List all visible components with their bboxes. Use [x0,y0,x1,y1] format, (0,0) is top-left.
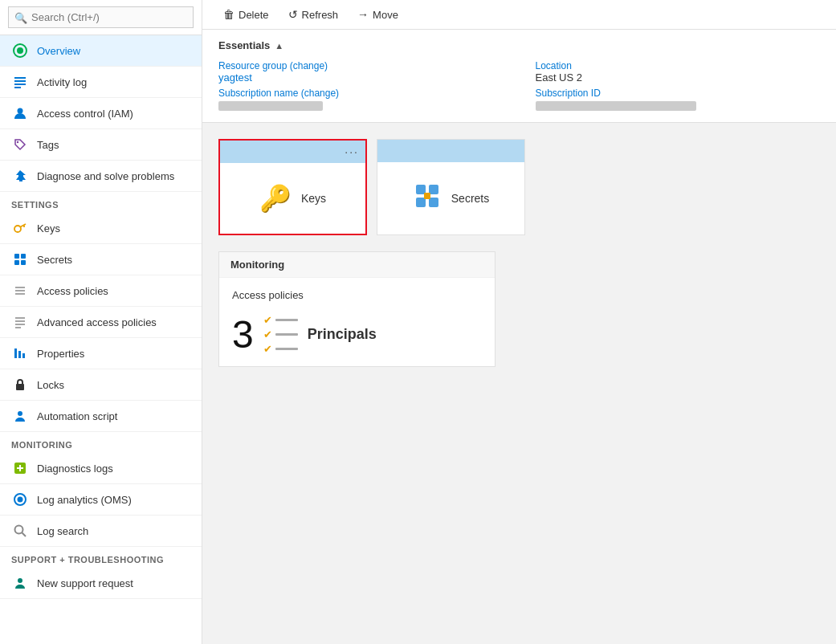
principals-count: 3 [232,316,254,354]
svg-rect-38 [429,198,438,207]
main-content: 🗑 Delete ↺ Refresh → Move Essentials ▲ R… [202,0,836,644]
sidebar-item-log-search[interactable]: Log search [0,516,202,547]
keys-tile-header: ··· [220,141,365,163]
sidebar-item-new-support-request[interactable]: New support request [0,568,202,599]
keys-tile-dots-icon[interactable]: ··· [345,145,359,158]
essentials-section: Essentials ▲ Resource group (change) yag… [202,30,836,123]
sidebar-label-keys: Keys [37,222,60,234]
monitoring-card: Monitoring Access policies 3 ✔ ✔ [218,251,495,367]
toolbar: 🗑 Delete ↺ Refresh → Move [202,0,836,30]
sidebar-item-tags[interactable]: Tags [0,129,202,161]
location-label: Location [536,60,572,71]
sidebar-item-locks[interactable]: Locks [0,369,202,401]
dash-line-3 [275,348,298,350]
monitoring-card-header: Monitoring [219,252,495,278]
principals-icon-line2: ✔ [263,328,298,340]
properties-icon [11,344,29,362]
sidebar-item-advanced-access-policies[interactable]: Advanced access policies [0,307,202,338]
svg-rect-35 [416,185,426,194]
subscription-name-item: Subscription name (change) [218,87,504,111]
svg-rect-23 [18,351,21,358]
sidebar-label-access-policies: Access policies [37,285,108,297]
sidebar-label-advanced-access-policies: Advanced access policies [37,316,157,328]
sidebar-item-activity-log[interactable]: Activity log [0,67,202,98]
monitoring-card-title: Access policies [232,289,482,301]
secrets-tile-body: Secrets [377,162,524,234]
subscription-name-label: Subscription name (change) [218,88,339,99]
sidebar-item-secrets[interactable]: Secrets [0,244,202,275]
svg-line-33 [22,533,27,537]
svg-point-34 [18,578,22,583]
secrets-tile[interactable]: Secrets [377,139,525,235]
sidebar-item-overview[interactable]: Overview [0,35,202,67]
sidebar-item-properties[interactable]: Properties [0,338,202,369]
sidebar-label-new-support-request: New support request [37,577,133,589]
dash-line-1 [275,319,298,321]
sidebar-item-keys[interactable]: Keys [0,213,202,244]
svg-point-32 [15,526,23,534]
check-icon-1: ✔ [263,314,272,326]
location-value: East US 2 [536,71,583,84]
svg-rect-25 [16,384,24,390]
tiles-row: ··· 🔑 Keys [218,139,820,235]
principals-icon: ✔ ✔ ✔ [263,314,298,355]
check-icon-2: ✔ [263,328,272,340]
svg-rect-13 [14,260,19,265]
sidebar-label-log-analytics: Log analytics (OMS) [37,494,132,506]
essentials-chevron-icon: ▲ [275,41,283,51]
location-item: Location East US 2 [536,59,821,84]
sidebar-item-access-control[interactable]: Access control (IAM) [0,98,202,129]
svg-rect-11 [14,254,19,259]
keys-tile[interactable]: ··· 🔑 Keys [218,139,367,235]
sidebar-label-access-control: Access control (IAM) [37,108,133,120]
svg-point-1 [17,47,23,54]
advanced-access-policies-icon [11,313,29,331]
subscription-id-label: Subscription ID [536,88,601,99]
secrets-icon [11,251,29,268]
subscription-id-item: Subscription ID [536,87,821,111]
sidebar-item-diagnose[interactable]: Diagnose and solve problems [0,161,202,192]
secrets-tile-label: Secrets [451,192,489,205]
svg-point-6 [18,108,23,114]
search-bar: 🔍 [0,0,202,35]
sidebar-label-tags: Tags [37,139,59,151]
search-icon: 🔍 [14,11,27,23]
delete-icon: 🗑 [223,8,234,21]
locks-icon [11,376,29,393]
svg-line-9 [21,224,27,227]
subscription-id-value [536,101,696,111]
resource-group-value[interactable]: yagtest [218,71,252,84]
automation-script-icon [11,407,29,425]
delete-button[interactable]: 🗑 Delete [215,5,277,24]
principals-label: Principals [308,326,377,343]
svg-rect-36 [429,185,438,194]
move-button[interactable]: → Move [349,5,406,24]
sidebar-item-log-analytics[interactable]: Log analytics (OMS) [0,484,202,516]
keys-tile-body: 🔑 Keys [220,163,365,234]
keys-tile-icon: 🔑 [259,183,292,214]
principals-icon-line3: ✔ [263,343,298,355]
search-input[interactable] [8,6,194,28]
diagnose-icon [11,167,29,185]
svg-rect-2 [14,77,26,79]
svg-point-8 [14,226,21,232]
log-analytics-icon [11,491,29,508]
sidebar-item-diagnostics-logs[interactable]: Diagnostics logs [0,453,202,484]
principals-icon-line1: ✔ [263,314,298,326]
secrets-tile-header [377,140,524,162]
move-icon: → [357,8,369,21]
overview-icon [11,42,29,59]
svg-rect-4 [14,84,26,85]
monitoring-section-label: MONITORING [0,432,202,453]
svg-point-31 [18,497,23,503]
subscription-name-value [218,101,323,111]
settings-section-label: SETTINGS [0,192,202,213]
access-policies-icon [11,282,29,300]
principals-row: 3 ✔ ✔ ✔ [232,314,482,355]
refresh-button[interactable]: ↺ Refresh [280,5,347,24]
sidebar-label-diagnose: Diagnose and solve problems [37,170,174,182]
sidebar-item-access-policies[interactable]: Access policies [0,275,202,307]
svg-point-7 [17,141,18,143]
log-search-icon [11,522,29,540]
sidebar-item-automation-script[interactable]: Automation script [0,401,202,432]
